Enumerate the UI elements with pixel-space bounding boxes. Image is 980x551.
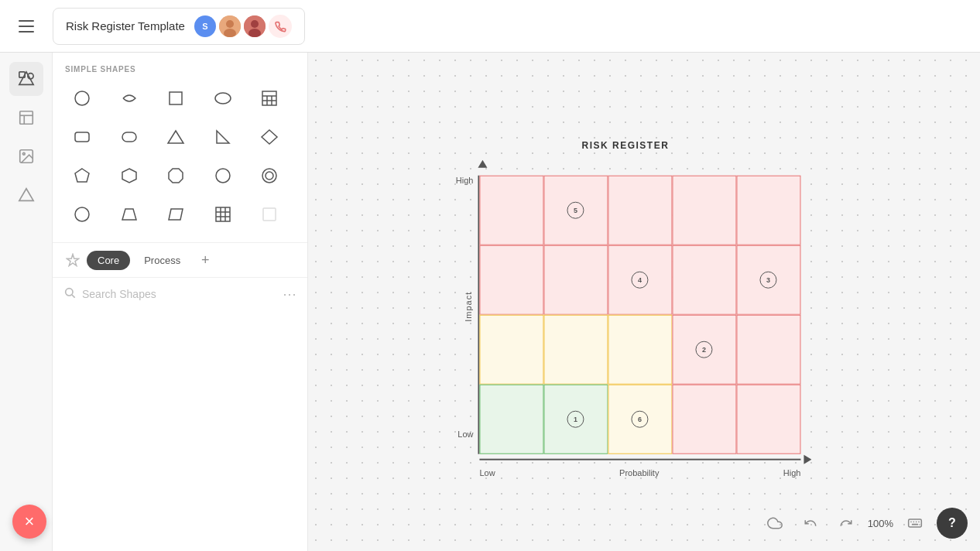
x-axis-high-label: High: [783, 468, 801, 477]
shape-circle2[interactable]: [206, 159, 240, 193]
call-button[interactable]: [269, 15, 292, 38]
svg-marker-36: [169, 209, 183, 220]
svg-marker-30: [169, 169, 183, 183]
tab-core[interactable]: Core: [87, 251, 130, 270]
zoom-level: 100%: [868, 518, 893, 529]
svg-rect-42: [263, 208, 276, 221]
shape-hexagon[interactable]: [112, 159, 146, 193]
svg-point-13: [22, 152, 25, 155]
tab-add-button[interactable]: +: [194, 249, 216, 271]
bottom-bar: 100% ?: [761, 508, 968, 539]
svg-point-31: [216, 169, 230, 183]
avatars-group: S: [194, 15, 292, 38]
avatar-a[interactable]: [219, 15, 241, 37]
hamburger-icon: [19, 20, 34, 33]
shape-arc[interactable]: [112, 81, 146, 115]
document-title: Risk Register Template: [66, 19, 185, 33]
shape-triangle[interactable]: [159, 120, 193, 154]
search-input[interactable]: [82, 288, 276, 300]
shape-right-triangle[interactable]: [206, 120, 240, 154]
shape-grid[interactable]: [206, 197, 240, 231]
fab-close-button[interactable]: ×: [12, 505, 46, 539]
svg-marker-27: [262, 130, 277, 144]
shape-circle[interactable]: [65, 81, 99, 115]
svg-marker-25: [168, 131, 183, 143]
svg-point-32: [262, 169, 276, 183]
avatar-s[interactable]: S: [194, 15, 216, 37]
shape-circle3[interactable]: [252, 159, 286, 193]
risk-dot-3[interactable]: 3: [759, 272, 776, 289]
svg-marker-46: [804, 455, 811, 464]
x-axis-probability-label: Probability: [619, 468, 659, 477]
left-sidebar: [0, 53, 53, 551]
risk-dot-4[interactable]: 4: [631, 272, 648, 289]
svg-point-4: [251, 20, 259, 28]
sidebar-item-frames[interactable]: [9, 101, 43, 135]
tabs-row: Core Process +: [53, 242, 307, 278]
svg-marker-14: [19, 189, 33, 201]
cloud-button[interactable]: [761, 509, 789, 537]
shapes-grid: [65, 81, 295, 231]
section-label: SIMPLE SHAPES: [65, 65, 295, 74]
avatar-b[interactable]: [244, 15, 266, 37]
svg-line-44: [72, 295, 75, 298]
shape-octagon[interactable]: [159, 159, 193, 193]
sidebar-item-shapes[interactable]: [9, 62, 43, 96]
search-icon: [63, 286, 76, 302]
shape-circle4[interactable]: [65, 197, 99, 231]
risk-dot-5[interactable]: 5: [567, 202, 584, 219]
svg-rect-47: [909, 519, 922, 527]
svg-point-43: [66, 289, 73, 296]
shape-ellipse[interactable]: [206, 81, 240, 115]
svg-point-34: [75, 207, 89, 221]
svg-rect-23: [75, 132, 89, 142]
risk-dot-1[interactable]: 1: [567, 411, 584, 428]
svg-marker-26: [217, 131, 229, 143]
svg-rect-18: [262, 91, 276, 105]
svg-point-15: [75, 91, 89, 105]
shape-table[interactable]: [252, 81, 286, 115]
y-axis-low-label: Low: [457, 430, 473, 439]
shape-diamond[interactable]: [252, 120, 286, 154]
tab-process[interactable]: Process: [133, 251, 191, 270]
risk-dot-2[interactable]: 2: [695, 341, 712, 358]
menu-button[interactable]: [12, 12, 40, 40]
help-button[interactable]: ?: [937, 508, 968, 539]
risk-dot-6[interactable]: 6: [631, 411, 648, 428]
shape-parallelogram[interactable]: [159, 197, 193, 231]
svg-marker-29: [122, 169, 136, 183]
shape-rounded-rect[interactable]: [65, 120, 99, 154]
main-canvas[interactable]: RISK REGISTER High Impact Low: [308, 53, 980, 551]
svg-rect-24: [122, 132, 136, 142]
svg-marker-35: [122, 209, 136, 220]
y-axis-impact-label: Impact: [464, 292, 473, 322]
svg-point-17: [215, 93, 231, 104]
shape-square[interactable]: [159, 81, 193, 115]
shapes-panel: SIMPLE SHAPES: [53, 53, 308, 551]
shape-trapezoid[interactable]: [112, 197, 146, 231]
search-row: ⋯: [53, 278, 307, 310]
svg-rect-37: [216, 207, 230, 221]
shape-pentagon[interactable]: [65, 159, 99, 193]
more-options-button[interactable]: ⋯: [283, 286, 296, 303]
sidebar-item-diagrams[interactable]: [9, 178, 43, 212]
shape-rounded-rect2[interactable]: [112, 120, 146, 154]
risk-register-diagram: RISK REGISTER High Impact Low: [439, 140, 811, 477]
svg-rect-9: [19, 111, 33, 125]
svg-rect-16: [170, 92, 182, 104]
spark-icon: [62, 249, 84, 271]
svg-marker-28: [75, 169, 89, 182]
svg-point-33: [266, 172, 273, 180]
x-axis-low-label: Low: [479, 468, 495, 477]
keyboard-button[interactable]: [901, 509, 929, 537]
svg-point-1: [226, 20, 234, 28]
undo-button[interactable]: [797, 509, 824, 537]
svg-marker-45: [478, 160, 487, 168]
shapes-grid-section: SIMPLE SHAPES: [53, 53, 307, 242]
title-bar: Risk Register Template S: [53, 8, 305, 45]
shape-placeholder[interactable]: [252, 197, 286, 231]
diagram-title: RISK REGISTER: [439, 140, 811, 151]
sidebar-item-images[interactable]: [9, 139, 43, 173]
redo-button[interactable]: [832, 509, 860, 537]
header: Risk Register Template S: [0, 0, 980, 53]
